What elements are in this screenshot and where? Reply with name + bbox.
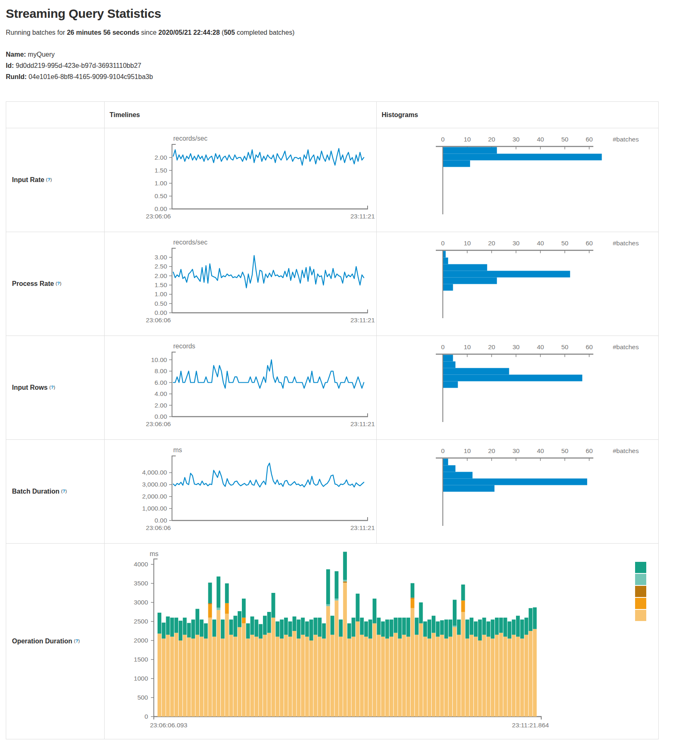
stats-table: Timelines Histograms Input Rate(?) recor… — [6, 101, 659, 739]
svg-text:0.50: 0.50 — [155, 192, 167, 199]
svg-text:ms: ms — [173, 446, 182, 453]
svg-text:3500: 3500 — [134, 580, 148, 587]
svg-text:40: 40 — [537, 240, 544, 247]
svg-text:3,000.00: 3,000.00 — [142, 481, 167, 488]
svg-text:0.00: 0.00 — [155, 309, 167, 316]
svg-text:4000: 4000 — [134, 561, 148, 568]
input-rate-histogram-chart: 0102030405060#batches — [377, 128, 658, 232]
svg-text:2.00: 2.00 — [155, 154, 167, 161]
svg-text:0.00: 0.00 — [155, 205, 167, 212]
svg-text:60: 60 — [585, 136, 593, 143]
svg-text:3000: 3000 — [134, 599, 148, 606]
svg-text:2000: 2000 — [134, 637, 148, 644]
metric-label-input-rate: Input Rate(?) — [6, 128, 104, 232]
operation-duration-cell: ms4000350030002500200015001000500023:06:… — [104, 543, 658, 739]
summary-suffix: completed batches) — [235, 29, 294, 36]
svg-text:23:11:21: 23:11:21 — [350, 213, 375, 220]
svg-text:1.50: 1.50 — [155, 167, 167, 174]
page-title: Streaming Query Statistics — [6, 7, 700, 21]
svg-text:40: 40 — [537, 136, 544, 143]
svg-text:3.00: 3.00 — [155, 254, 167, 261]
batch-duration-histogram-chart: 0102030405060#batches — [377, 440, 658, 543]
svg-text:1,000.00: 1,000.00 — [142, 505, 167, 512]
svg-text:6.00: 6.00 — [155, 379, 167, 386]
svg-text:4.00: 4.00 — [155, 390, 167, 397]
summary-start-time: 2020/05/21 22:44:28 — [158, 29, 220, 36]
svg-text:50: 50 — [561, 136, 569, 143]
svg-text:records/sec: records/sec — [173, 239, 208, 246]
svg-text:10: 10 — [463, 240, 471, 247]
svg-text:2500: 2500 — [134, 618, 148, 625]
metric-label-input-rows: Input Rows(?) — [6, 336, 104, 439]
svg-text:500: 500 — [137, 694, 148, 701]
page: Streaming Query Statistics Running batch… — [0, 0, 700, 739]
header-empty-cell — [6, 102, 104, 128]
summary-paren: ( — [220, 29, 224, 36]
input-rate-histogram-cell: 0102030405060#batches — [376, 128, 658, 232]
metric-label-operation-duration: Operation Duration(?) — [6, 543, 104, 739]
help-icon-operation-duration[interactable]: (?) — [74, 638, 80, 643]
svg-text:50: 50 — [561, 240, 569, 247]
svg-text:2.50: 2.50 — [155, 263, 167, 270]
svg-text:ms: ms — [150, 550, 158, 557]
process-rate-timeline-chart: records/sec3.002.502.001.501.000.500.002… — [105, 232, 376, 336]
svg-text:10: 10 — [463, 343, 471, 350]
process-rate-histogram-chart: 0102030405060#batches — [377, 232, 658, 336]
input-rate-timeline-cell: records/sec2.001.501.000.500.0023:06:062… — [104, 128, 376, 232]
svg-text:23:06:06.093: 23:06:06.093 — [150, 722, 188, 729]
svg-text:records/sec: records/sec — [173, 135, 208, 142]
svg-text:#batches: #batches — [613, 343, 639, 350]
svg-text:23:06:06: 23:06:06 — [146, 524, 171, 531]
summary-duration: 26 minutes 56 seconds — [67, 29, 139, 36]
process-rate-histogram-cell: 0102030405060#batches — [376, 232, 658, 336]
header-timelines: Timelines — [104, 102, 376, 128]
input-rows-histogram-chart: 0102030405060#batches — [377, 336, 658, 439]
input-rows-histogram-cell: 0102030405060#batches — [376, 336, 658, 439]
help-icon-input-rows[interactable]: (?) — [49, 385, 55, 390]
svg-text:30: 30 — [512, 343, 520, 350]
svg-text:60: 60 — [585, 343, 593, 350]
svg-text:8.00: 8.00 — [155, 367, 167, 374]
svg-text:0: 0 — [144, 713, 148, 720]
svg-text:0: 0 — [441, 240, 445, 247]
svg-text:0.00: 0.00 — [155, 413, 167, 420]
running-summary: Running batches for 26 minutes 56 second… — [6, 29, 700, 36]
query-name-value: myQuery — [28, 51, 55, 58]
svg-text:4,000.00: 4,000.00 — [142, 469, 167, 476]
svg-text:60: 60 — [585, 447, 593, 454]
help-icon-process-rate[interactable]: (?) — [55, 281, 61, 286]
svg-text:0: 0 — [441, 447, 445, 454]
help-icon-batch-duration[interactable]: (?) — [61, 489, 67, 494]
svg-text:0: 0 — [441, 136, 445, 143]
metric-label-batch-duration: Batch Duration(?) — [6, 439, 104, 543]
query-id-line: Id: 9d0dd219-995d-423e-b97d-36931110bb27 — [6, 60, 700, 71]
svg-text:2,000.00: 2,000.00 — [142, 493, 167, 500]
svg-text:23:11:21: 23:11:21 — [350, 317, 375, 324]
svg-text:2.00: 2.00 — [155, 272, 167, 279]
batch-duration-timeline-cell: ms4,000.003,000.002,000.001,000.000.0023… — [104, 439, 376, 543]
query-runid-value: 04e101e6-8bf8-4165-9099-9104c951ba3b — [29, 73, 153, 80]
batch-duration-timeline-chart: ms4,000.003,000.002,000.001,000.000.0023… — [105, 440, 376, 543]
summary-prefix: Running batches for — [6, 29, 67, 36]
batch-duration-histogram-cell: 0102030405060#batches — [376, 439, 658, 543]
operation-duration-chart: ms4000350030002500200015001000500023:06:… — [105, 544, 658, 739]
query-runid-line: RunId: 04e101e6-8bf8-4165-9099-9104c951b… — [6, 71, 700, 82]
svg-text:10: 10 — [463, 136, 471, 143]
svg-text:20: 20 — [488, 240, 495, 247]
svg-text:0.00: 0.00 — [155, 517, 167, 524]
svg-text:23:06:06: 23:06:06 — [146, 213, 171, 220]
help-icon-input-rate[interactable]: (?) — [46, 177, 52, 182]
header-histograms-label: Histograms — [382, 111, 418, 119]
svg-text:23:06:06: 23:06:06 — [146, 420, 171, 427]
svg-text:50: 50 — [561, 343, 569, 350]
svg-text:60: 60 — [585, 240, 593, 247]
query-id-label: Id: — [6, 62, 14, 69]
svg-text:20: 20 — [488, 136, 495, 143]
svg-text:40: 40 — [537, 343, 544, 350]
svg-text:40: 40 — [537, 447, 544, 454]
svg-text:0: 0 — [441, 343, 445, 350]
svg-text:23:11:21: 23:11:21 — [350, 524, 375, 531]
svg-text:#batches: #batches — [613, 136, 639, 143]
summary-since: since — [139, 29, 158, 36]
header-timelines-label: Timelines — [110, 111, 140, 119]
